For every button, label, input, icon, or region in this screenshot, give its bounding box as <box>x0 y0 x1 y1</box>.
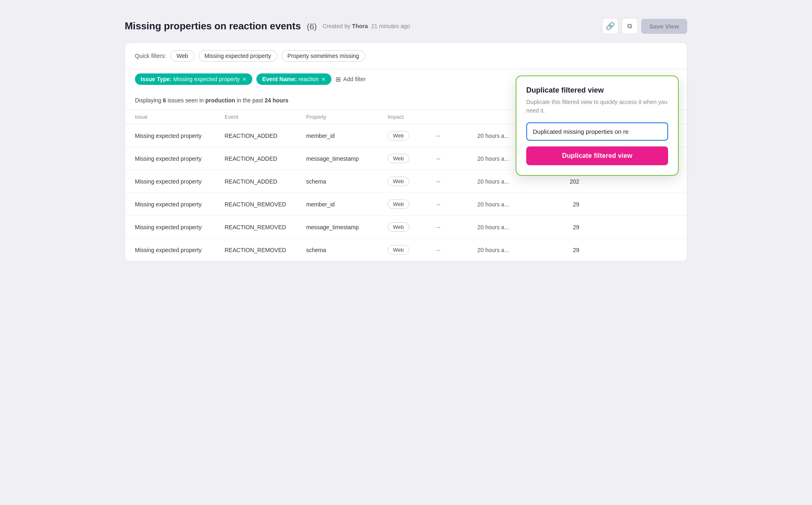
popup-title: Duplicate filtered view <box>526 86 668 95</box>
cell-issue-0: Missing expected property <box>135 133 225 139</box>
cell-vol-3: 29 <box>543 201 579 208</box>
cell-dash-3: – <box>437 201 477 208</box>
cell-impact-0: Web <box>388 131 437 140</box>
cell-property-3: member_id <box>306 201 388 208</box>
cell-issue-5: Missing expected property <box>135 247 225 253</box>
add-filter-label: Add filter <box>343 76 366 82</box>
duplicate-button[interactable]: ⧉ <box>622 18 638 34</box>
cell-issue-3: Missing expected property <box>135 201 225 208</box>
col-header-impact: Impact <box>388 114 437 120</box>
page-title: Missing properties on reaction events (6… <box>125 20 317 32</box>
web-badge: Web <box>388 222 409 232</box>
duplicate-name-input[interactable] <box>526 122 668 141</box>
cell-property-2: schema <box>306 178 388 185</box>
cell-dash-0: – <box>437 132 477 140</box>
web-badge: Web <box>388 245 409 255</box>
header-left: Missing properties on reaction events (6… <box>125 20 410 32</box>
cell-event-5: REACTION_REMOVED <box>225 247 306 253</box>
cell-time-5: 20 hours a... <box>477 247 543 253</box>
link-button[interactable]: 🔗 <box>602 18 618 34</box>
cell-property-0: member_id <box>306 133 388 139</box>
cell-impact-1: Web <box>388 154 437 163</box>
cell-event-0: REACTION_ADDED <box>225 133 306 139</box>
web-badge: Web <box>388 199 409 209</box>
cell-vol-4: 29 <box>543 224 579 230</box>
add-filter-button[interactable]: ⊞ Add filter <box>335 75 366 83</box>
env-bold: production <box>205 97 235 104</box>
active-filter-event-name: Event Name: reaction ✕ <box>256 73 331 85</box>
table-row: Missing expected property REACTION_REMOV… <box>125 239 687 261</box>
link-icon: 🔗 <box>606 22 615 31</box>
filter-issue-type-text: Issue Type: Missing expected property <box>141 76 240 82</box>
cell-dash-1: – <box>437 155 477 162</box>
copy-icon: ⧉ <box>627 22 632 30</box>
save-view-button[interactable]: Save View <box>641 19 687 34</box>
page-container: Missing properties on reaction events (6… <box>125 10 687 261</box>
cell-property-4: message_timestamp <box>306 224 388 230</box>
filter-event-name-text: Event Name: reaction <box>262 76 319 82</box>
col-header-property: Property <box>306 114 388 120</box>
cell-time-2: 20 hours a... <box>477 178 543 185</box>
filter-chip-missing-expected[interactable]: Missing expected property <box>199 50 277 62</box>
quick-filters-label: Quick filters: <box>135 53 166 59</box>
filters-section: Quick filters: Web Missing expected prop… <box>125 43 687 69</box>
col-header-event: Event <box>225 114 306 120</box>
popup-description: Duplicate this filtered view to quickly … <box>526 98 668 115</box>
cell-dash-5: – <box>437 246 477 254</box>
cell-dash-4: – <box>437 224 477 231</box>
cell-issue-2: Missing expected property <box>135 178 225 185</box>
filter-icon: ⊞ <box>335 75 341 83</box>
cell-vol-2: 202 <box>543 178 579 185</box>
issue-count: (6) <box>307 22 317 31</box>
page-header: Missing properties on reaction events (6… <box>125 10 687 42</box>
cell-impact-2: Web <box>388 177 437 186</box>
remove-issue-type-filter[interactable]: ✕ <box>242 76 247 82</box>
cell-property-1: message_timestamp <box>306 155 388 162</box>
cell-vol-5: 29 <box>543 247 579 253</box>
cell-impact-5: Web <box>388 245 437 255</box>
title-text: Missing properties on reaction events <box>125 20 301 31</box>
web-badge: Web <box>388 131 409 140</box>
issue-count-bold: 6 <box>163 97 166 104</box>
cell-dash-2: – <box>437 178 477 185</box>
cell-issue-1: Missing expected property <box>135 155 225 162</box>
cell-property-5: schema <box>306 247 388 253</box>
filter-chip-sometimes-missing[interactable]: Property sometimes missing <box>281 50 365 62</box>
duplicate-popup: Duplicate filtered view Duplicate this f… <box>516 75 679 176</box>
duplicate-filtered-view-button[interactable]: Duplicate filtered view <box>526 146 668 165</box>
filter-chip-web[interactable]: Web <box>170 50 194 62</box>
created-by-label: Created by <box>322 23 350 29</box>
cell-event-4: REACTION_REMOVED <box>225 224 306 230</box>
col-header-empty <box>437 114 477 120</box>
cell-event-1: REACTION_ADDED <box>225 155 306 162</box>
table-row: Missing expected property REACTION_REMOV… <box>125 193 687 216</box>
time-ago: 21 minutes ago <box>371 23 410 29</box>
remove-event-name-filter[interactable]: ✕ <box>321 76 326 82</box>
cell-impact-3: Web <box>388 199 437 209</box>
cell-issue-4: Missing expected property <box>135 224 225 230</box>
table-row: Missing expected property REACTION_REMOV… <box>125 216 687 239</box>
cell-time-4: 20 hours a... <box>477 224 543 230</box>
cell-impact-4: Web <box>388 222 437 232</box>
active-filter-issue-type: Issue Type: Missing expected property ✕ <box>135 73 252 85</box>
main-card: Quick filters: Web Missing expected prop… <box>125 42 687 261</box>
web-badge: Web <box>388 154 409 163</box>
period-bold: 24 hours <box>265 97 288 104</box>
col-header-issue: Issue <box>135 114 225 120</box>
web-badge: Web <box>388 177 409 186</box>
cell-time-3: 20 hours a... <box>477 201 543 208</box>
cell-event-3: REACTION_REMOVED <box>225 201 306 208</box>
created-by-text: Created by Thora 21 minutes ago <box>322 23 410 29</box>
author-name: Thora <box>352 23 368 29</box>
header-actions: 🔗 ⧉ Save View <box>602 18 687 34</box>
cell-event-2: REACTION_ADDED <box>225 178 306 185</box>
